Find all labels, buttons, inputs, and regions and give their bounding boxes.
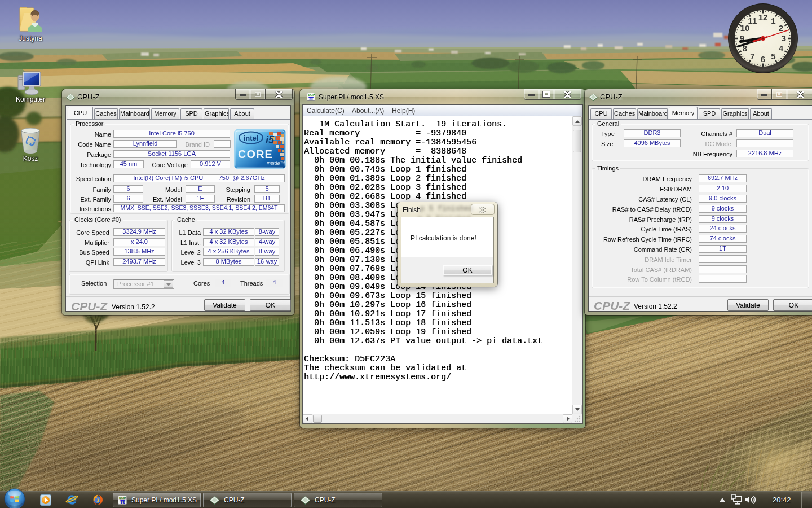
svg-text:intel: intel (244, 134, 259, 142)
svg-text:i5: i5 (266, 134, 275, 146)
svg-text:4: 4 (779, 43, 784, 53)
svg-text:7: 7 (750, 51, 754, 61)
svg-text:CORE: CORE (238, 148, 273, 160)
svg-text:inside™: inside™ (267, 160, 285, 166)
svg-text:1: 1 (771, 16, 775, 25)
svg-text:6: 6 (761, 54, 765, 64)
svg-text:5: 5 (771, 51, 775, 61)
svg-text:11: 11 (748, 16, 757, 25)
svg-text:3: 3 (782, 33, 786, 43)
svg-text:2: 2 (779, 23, 783, 33)
svg-text:12: 12 (758, 12, 768, 22)
